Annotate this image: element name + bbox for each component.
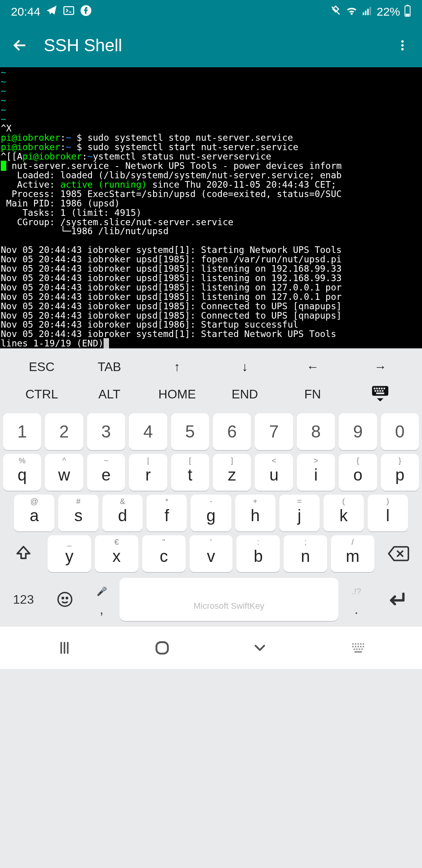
key-y[interactable]: _y — [48, 535, 91, 572]
key-z[interactable]: ]z — [213, 454, 251, 491]
nav-recents[interactable] — [53, 636, 76, 660]
nav-home[interactable] — [150, 636, 174, 660]
svg-rect-14 — [376, 388, 378, 389]
key-u[interactable]: <u — [255, 454, 293, 491]
key-esc[interactable]: ESC — [8, 360, 75, 374]
nav-back[interactable] — [248, 636, 272, 660]
svg-rect-3 — [365, 11, 367, 15]
svg-point-29 — [358, 643, 359, 645]
overflow-menu-button[interactable] — [393, 36, 412, 55]
svg-rect-0 — [64, 7, 74, 14]
svg-rect-8 — [406, 14, 409, 16]
key-s[interactable]: #s — [58, 495, 98, 531]
key-w[interactable]: ^w — [45, 454, 83, 491]
hide-keyboard-button[interactable] — [347, 384, 414, 404]
key-5[interactable]: 5 — [171, 413, 209, 450]
key-arrow-left[interactable]: ← — [279, 360, 346, 374]
svg-rect-19 — [377, 390, 379, 392]
key-space[interactable]: Microsoft SwiftKey — [120, 578, 338, 621]
svg-rect-5 — [370, 7, 371, 15]
signal-icon — [362, 5, 373, 19]
key-backspace[interactable] — [378, 535, 419, 572]
key-alt[interactable]: ALT — [75, 387, 143, 402]
navigation-bar — [0, 626, 422, 669]
svg-rect-20 — [379, 390, 381, 392]
vibrate-icon — [330, 5, 342, 19]
key-9[interactable]: 9 — [339, 413, 377, 450]
svg-rect-17 — [384, 388, 385, 389]
key-f[interactable]: *f — [147, 495, 187, 531]
key-v[interactable]: 'v — [190, 535, 233, 572]
status-right: 22% — [330, 4, 411, 20]
key-6[interactable]: 6 — [213, 413, 251, 450]
key-e[interactable]: ~e — [87, 454, 125, 491]
key-r[interactable]: |r — [129, 454, 167, 491]
key-h[interactable]: +h — [235, 495, 275, 531]
svg-rect-16 — [381, 388, 383, 389]
key-o[interactable]: {o — [339, 454, 377, 491]
key-tab[interactable]: TAB — [75, 360, 143, 374]
key-7[interactable]: 7 — [255, 413, 293, 450]
key-t[interactable]: [t — [171, 454, 209, 491]
facebook-icon — [80, 5, 92, 19]
key-1[interactable]: 1 — [3, 413, 41, 450]
key-arrow-down[interactable]: ↓ — [211, 360, 279, 374]
status-bar: 20:44 22% — [0, 0, 422, 23]
svg-point-30 — [360, 643, 361, 645]
key-a[interactable]: @a — [14, 495, 54, 531]
nav-keyboard-switch[interactable] — [346, 636, 369, 660]
svg-point-31 — [363, 643, 364, 645]
key-g[interactable]: -g — [191, 495, 231, 531]
key-l[interactable]: )l — [368, 495, 408, 531]
key-arrow-right[interactable]: → — [347, 360, 414, 374]
svg-rect-15 — [379, 388, 380, 389]
key-i[interactable]: >i — [297, 454, 335, 491]
svg-rect-22 — [376, 393, 384, 394]
svg-rect-7 — [406, 5, 408, 6]
key-home[interactable]: HOME — [143, 387, 211, 402]
key-mode-123[interactable]: 123 — [5, 592, 42, 607]
soft-keyboard: 1234567890 %q^w~e|r[t]z<u>i{o}p @a#s&d*f… — [0, 411, 422, 626]
key-k[interactable]: (k — [324, 495, 364, 531]
key-q[interactable]: %q — [3, 454, 41, 491]
svg-point-28 — [355, 643, 356, 645]
svg-point-37 — [354, 648, 355, 650]
key-3[interactable]: 3 — [87, 413, 125, 450]
terminal-output[interactable]: ~ ~ ~ ~ ~ ~ ^X pi@iobroker:~ $ sudo syst… — [0, 67, 422, 348]
svg-point-39 — [359, 648, 360, 650]
svg-rect-13 — [374, 388, 376, 389]
key-arrow-up[interactable]: ↑ — [143, 360, 211, 374]
svg-point-34 — [358, 646, 359, 647]
key-comma[interactable]: 🎤 , — [88, 586, 116, 612]
key-end[interactable]: END — [211, 387, 279, 402]
svg-rect-18 — [375, 390, 376, 392]
app-bar: SSH Shell — [0, 23, 422, 67]
key-x[interactable]: €x — [95, 535, 138, 572]
back-button[interactable] — [10, 36, 29, 55]
key-enter[interactable] — [374, 588, 417, 611]
svg-point-25 — [66, 597, 68, 599]
key-fn[interactable]: FN — [279, 387, 346, 402]
svg-point-23 — [58, 593, 72, 606]
svg-point-36 — [363, 646, 364, 647]
svg-point-11 — [401, 48, 404, 50]
key-2[interactable]: 2 — [45, 413, 83, 450]
key-m[interactable]: /m — [331, 535, 374, 572]
svg-point-24 — [62, 597, 64, 599]
svg-point-40 — [361, 648, 363, 650]
key-4[interactable]: 4 — [129, 413, 167, 450]
key-0[interactable]: 0 — [381, 413, 419, 450]
key-period[interactable]: .!? . — [342, 586, 370, 612]
key-c[interactable]: "c — [142, 535, 186, 572]
svg-rect-4 — [367, 9, 369, 15]
key-p[interactable]: }p — [381, 454, 419, 491]
key-n[interactable]: ;n — [284, 535, 327, 572]
key-shift[interactable] — [3, 535, 44, 572]
key-j[interactable]: =j — [279, 495, 320, 531]
key-b[interactable]: :b — [236, 535, 280, 572]
key-8[interactable]: 8 — [297, 413, 335, 450]
key-ctrl[interactable]: CTRL — [8, 387, 75, 402]
key-emoji[interactable] — [46, 591, 84, 608]
key-d[interactable]: &d — [102, 495, 143, 531]
svg-rect-41 — [354, 651, 362, 653]
